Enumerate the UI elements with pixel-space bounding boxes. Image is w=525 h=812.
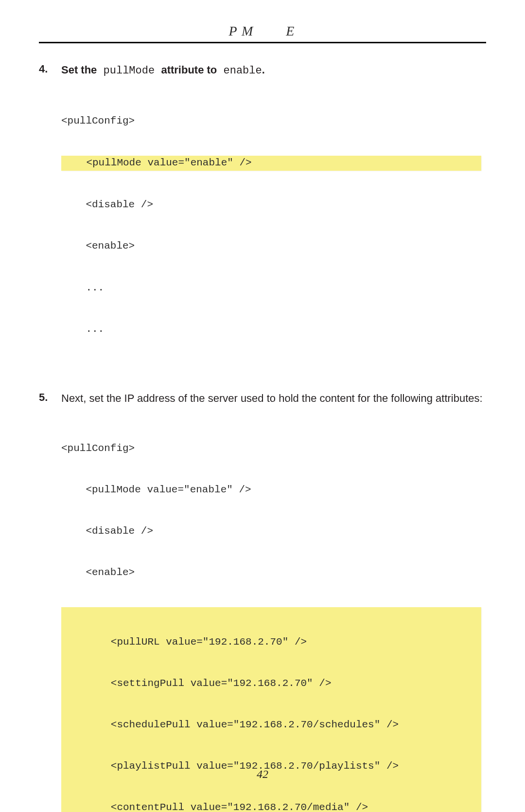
code-line-highlight: <settingPull value="192.168.2.70" />: [62, 677, 481, 690]
page-number: 42: [0, 768, 525, 781]
code-line: <pullMode value="enable" />: [61, 483, 486, 497]
header-rule: [39, 42, 486, 43]
code-line: ...: [61, 323, 486, 336]
code-line: <pullConfig>: [61, 114, 486, 128]
code-line: <enable>: [61, 566, 486, 579]
code-line: <disable />: [61, 524, 486, 538]
running-head: P M E: [39, 23, 486, 39]
code-line-highlight: <pullURL value="192.168.2.70" />: [62, 635, 481, 649]
code-line: <disable />: [61, 198, 486, 212]
step-4-number: 4.: [39, 63, 61, 78]
step-4: 4. Set the pullMode attribute to enable.: [39, 63, 486, 78]
code-line: <enable>: [61, 239, 486, 253]
step-4-inline-code-1: pullMode: [97, 65, 161, 77]
step-5-text: Next, set the IP address of the server u…: [61, 391, 486, 406]
step-5-number: 5.: [39, 391, 61, 406]
step-5: 5. Next, set the IP address of the serve…: [39, 391, 486, 406]
step-4-text-before: Set the: [61, 64, 97, 76]
code-highlight-block: <pullURL value="192.168.2.70" /> <settin…: [61, 607, 481, 812]
code-line: ...: [61, 281, 486, 295]
step-4-text-mid: attribute to: [161, 64, 217, 76]
code-line-highlight: <pullMode value="enable" />: [61, 156, 481, 170]
code-line-highlight: <schedulePull value="192.168.2.70/schedu…: [62, 718, 481, 732]
page: P M E 4. Set the pullMode attribute to e…: [0, 0, 525, 812]
step-4-text: Set the pullMode attribute to enable.: [61, 63, 486, 78]
code-block-4: <pullConfig> <pullMode value="enable" />…: [61, 87, 486, 364]
code-line: <pullConfig>: [61, 442, 486, 455]
step-4-inline-code-2: enable: [217, 65, 262, 77]
code-line-highlight: <contentPull value="192.168.2.70/media" …: [62, 801, 481, 812]
code-block-5: <pullConfig> <pullMode value="enable" />…: [61, 414, 486, 812]
step-4-text-after: .: [262, 64, 265, 76]
